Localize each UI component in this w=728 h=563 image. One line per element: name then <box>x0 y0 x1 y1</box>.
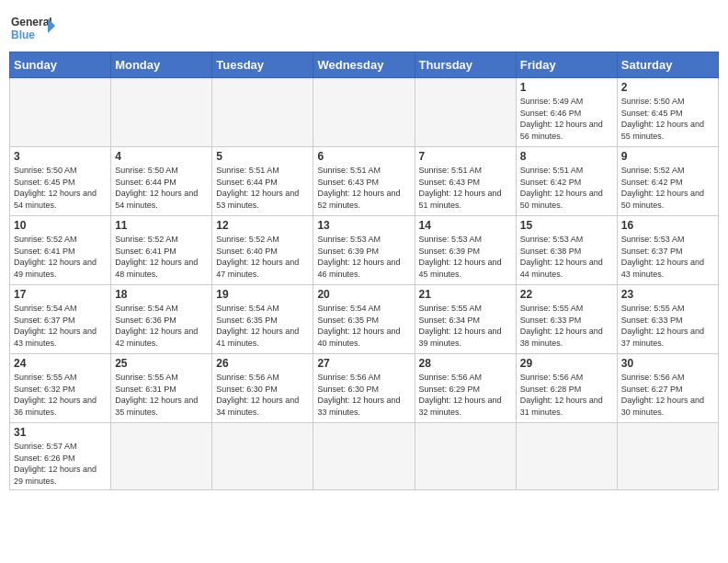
day-number: 6 <box>317 150 410 163</box>
day-info: Sunrise: 5:56 AM Sunset: 6:28 PM Dayligh… <box>520 372 613 418</box>
weekday-header-friday: Friday <box>516 52 617 78</box>
calendar-cell: 16Sunrise: 5:53 AM Sunset: 6:37 PM Dayli… <box>617 216 718 285</box>
calendar-cell: 13Sunrise: 5:53 AM Sunset: 6:39 PM Dayli… <box>313 216 415 285</box>
calendar-cell: 11Sunrise: 5:52 AM Sunset: 6:41 PM Dayli… <box>111 216 212 285</box>
day-number: 24 <box>14 357 107 370</box>
day-info: Sunrise: 5:53 AM Sunset: 6:37 PM Dayligh… <box>621 234 714 280</box>
day-info: Sunrise: 5:52 AM Sunset: 6:41 PM Dayligh… <box>115 234 208 280</box>
day-info: Sunrise: 5:56 AM Sunset: 6:27 PM Dayligh… <box>621 372 714 418</box>
calendar-week-0: 1Sunrise: 5:49 AM Sunset: 6:46 PM Daylig… <box>10 78 719 147</box>
weekday-header-saturday: Saturday <box>617 52 718 78</box>
day-info: Sunrise: 5:54 AM Sunset: 6:35 PM Dayligh… <box>216 303 309 349</box>
day-info: Sunrise: 5:50 AM Sunset: 6:45 PM Dayligh… <box>14 165 107 211</box>
calendar-cell: 4Sunrise: 5:50 AM Sunset: 6:44 PM Daylig… <box>111 147 212 216</box>
calendar-cell: 24Sunrise: 5:55 AM Sunset: 6:32 PM Dayli… <box>10 354 111 423</box>
calendar-cell: 10Sunrise: 5:52 AM Sunset: 6:41 PM Dayli… <box>10 216 111 285</box>
calendar-cell: 2Sunrise: 5:50 AM Sunset: 6:45 PM Daylig… <box>617 78 718 147</box>
calendar-cell <box>415 423 516 490</box>
day-info: Sunrise: 5:54 AM Sunset: 6:36 PM Dayligh… <box>115 303 208 349</box>
calendar-cell: 19Sunrise: 5:54 AM Sunset: 6:35 PM Dayli… <box>212 285 313 354</box>
day-info: Sunrise: 5:55 AM Sunset: 6:33 PM Dayligh… <box>520 303 613 349</box>
day-info: Sunrise: 5:57 AM Sunset: 6:26 PM Dayligh… <box>14 441 107 487</box>
day-number: 14 <box>419 219 512 232</box>
day-number: 1 <box>520 81 613 94</box>
calendar-cell <box>111 78 212 147</box>
calendar-cell: 9Sunrise: 5:52 AM Sunset: 6:42 PM Daylig… <box>617 147 718 216</box>
weekday-header-row: SundayMondayTuesdayWednesdayThursdayFrid… <box>10 52 719 78</box>
day-number: 26 <box>216 357 309 370</box>
day-info: Sunrise: 5:52 AM Sunset: 6:42 PM Dayligh… <box>621 165 714 211</box>
calendar-cell: 23Sunrise: 5:55 AM Sunset: 6:33 PM Dayli… <box>617 285 718 354</box>
calendar-cell: 31Sunrise: 5:57 AM Sunset: 6:26 PM Dayli… <box>10 423 111 490</box>
calendar-cell: 3Sunrise: 5:50 AM Sunset: 6:45 PM Daylig… <box>10 147 111 216</box>
calendar-cell: 1Sunrise: 5:49 AM Sunset: 6:46 PM Daylig… <box>516 78 617 147</box>
day-info: Sunrise: 5:50 AM Sunset: 6:45 PM Dayligh… <box>621 96 714 142</box>
day-number: 9 <box>621 150 714 163</box>
calendar-week-2: 10Sunrise: 5:52 AM Sunset: 6:41 PM Dayli… <box>10 216 719 285</box>
day-info: Sunrise: 5:51 AM Sunset: 6:43 PM Dayligh… <box>419 165 512 211</box>
day-number: 10 <box>14 219 107 232</box>
calendar-week-5: 31Sunrise: 5:57 AM Sunset: 6:26 PM Dayli… <box>10 423 719 490</box>
calendar-cell: 21Sunrise: 5:55 AM Sunset: 6:34 PM Dayli… <box>415 285 516 354</box>
day-info: Sunrise: 5:56 AM Sunset: 6:30 PM Dayligh… <box>317 372 410 418</box>
day-info: Sunrise: 5:54 AM Sunset: 6:35 PM Dayligh… <box>317 303 410 349</box>
calendar-cell: 29Sunrise: 5:56 AM Sunset: 6:28 PM Dayli… <box>516 354 617 423</box>
calendar-cell <box>313 423 415 490</box>
day-info: Sunrise: 5:53 AM Sunset: 6:39 PM Dayligh… <box>419 234 512 280</box>
calendar-cell: 28Sunrise: 5:56 AM Sunset: 6:29 PM Dayli… <box>415 354 516 423</box>
calendar-cell <box>212 78 313 147</box>
calendar-cell: 6Sunrise: 5:51 AM Sunset: 6:43 PM Daylig… <box>313 147 415 216</box>
weekday-header-tuesday: Tuesday <box>212 52 313 78</box>
day-number: 30 <box>621 357 714 370</box>
day-number: 2 <box>621 81 714 94</box>
calendar-cell: 26Sunrise: 5:56 AM Sunset: 6:30 PM Dayli… <box>212 354 313 423</box>
day-number: 28 <box>419 357 512 370</box>
weekday-header-sunday: Sunday <box>10 52 111 78</box>
day-info: Sunrise: 5:49 AM Sunset: 6:46 PM Dayligh… <box>520 96 613 142</box>
calendar-cell: 12Sunrise: 5:52 AM Sunset: 6:40 PM Dayli… <box>212 216 313 285</box>
day-info: Sunrise: 5:53 AM Sunset: 6:39 PM Dayligh… <box>317 234 410 280</box>
day-number: 4 <box>115 150 208 163</box>
day-number: 22 <box>520 288 613 301</box>
day-info: Sunrise: 5:56 AM Sunset: 6:30 PM Dayligh… <box>216 372 309 418</box>
day-number: 8 <box>520 150 613 163</box>
day-info: Sunrise: 5:50 AM Sunset: 6:44 PM Dayligh… <box>115 165 208 211</box>
day-number: 5 <box>216 150 309 163</box>
day-number: 29 <box>520 357 613 370</box>
day-number: 20 <box>317 288 410 301</box>
weekday-header-thursday: Thursday <box>415 52 516 78</box>
calendar-cell: 17Sunrise: 5:54 AM Sunset: 6:37 PM Dayli… <box>10 285 111 354</box>
day-number: 31 <box>14 426 107 439</box>
calendar-cell <box>516 423 617 490</box>
calendar-week-1: 3Sunrise: 5:50 AM Sunset: 6:45 PM Daylig… <box>10 147 719 216</box>
day-info: Sunrise: 5:52 AM Sunset: 6:40 PM Dayligh… <box>216 234 309 280</box>
day-number: 27 <box>317 357 410 370</box>
day-info: Sunrise: 5:53 AM Sunset: 6:38 PM Dayligh… <box>520 234 613 280</box>
day-info: Sunrise: 5:55 AM Sunset: 6:32 PM Dayligh… <box>14 372 107 418</box>
calendar-cell <box>313 78 415 147</box>
day-info: Sunrise: 5:54 AM Sunset: 6:37 PM Dayligh… <box>14 303 107 349</box>
calendar-cell: 25Sunrise: 5:55 AM Sunset: 6:31 PM Dayli… <box>111 354 212 423</box>
calendar-cell: 20Sunrise: 5:54 AM Sunset: 6:35 PM Dayli… <box>313 285 415 354</box>
day-info: Sunrise: 5:55 AM Sunset: 6:34 PM Dayligh… <box>419 303 512 349</box>
calendar-cell: 27Sunrise: 5:56 AM Sunset: 6:30 PM Dayli… <box>313 354 415 423</box>
logo: General Blue <box>9 9 55 46</box>
calendar-cell: 18Sunrise: 5:54 AM Sunset: 6:36 PM Dayli… <box>111 285 212 354</box>
day-info: Sunrise: 5:51 AM Sunset: 6:42 PM Dayligh… <box>520 165 613 211</box>
calendar-cell <box>212 423 313 490</box>
calendar-cell <box>10 78 111 147</box>
weekday-header-monday: Monday <box>111 52 212 78</box>
calendar-cell: 8Sunrise: 5:51 AM Sunset: 6:42 PM Daylig… <box>516 147 617 216</box>
day-number: 7 <box>419 150 512 163</box>
day-number: 13 <box>317 219 410 232</box>
calendar-cell <box>415 78 516 147</box>
day-info: Sunrise: 5:55 AM Sunset: 6:33 PM Dayligh… <box>621 303 714 349</box>
day-info: Sunrise: 5:56 AM Sunset: 6:29 PM Dayligh… <box>419 372 512 418</box>
day-info: Sunrise: 5:51 AM Sunset: 6:44 PM Dayligh… <box>216 165 309 211</box>
weekday-header-wednesday: Wednesday <box>313 52 415 78</box>
day-number: 21 <box>419 288 512 301</box>
svg-text:General: General <box>11 16 52 29</box>
day-number: 19 <box>216 288 309 301</box>
calendar-cell <box>617 423 718 490</box>
svg-text:Blue: Blue <box>11 29 35 41</box>
